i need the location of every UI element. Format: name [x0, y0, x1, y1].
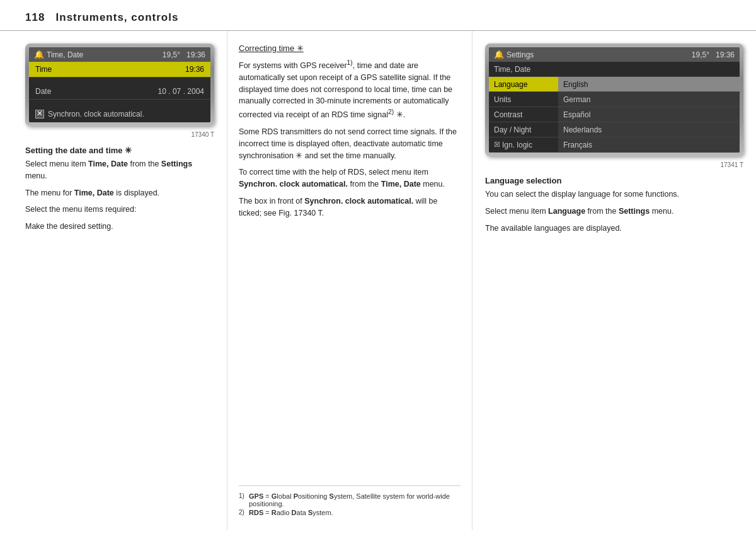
left-device: 🔔 Time, Date 19,5° 19:36 Time 19:36 — [25, 44, 214, 126]
footnote-2-text: RDS = Radio Data System. — [249, 509, 333, 516]
left-device-fig-label: 17340 T — [25, 131, 214, 138]
sync-checkbox-icon — [35, 110, 44, 119]
right-menu-label-daynight: Day / Night — [489, 122, 558, 137]
left-device-row-spacer2 — [29, 100, 210, 106]
right-device-icon: 🔔 — [494, 50, 504, 59]
right-menu-value-daynight: Nederlands — [558, 122, 740, 137]
center-para-2: Some RDS transmitters do not send correc… — [239, 126, 461, 161]
right-menu-row-language: Language English — [489, 77, 740, 92]
left-para-3: Select the menu items required: — [25, 204, 214, 216]
left-device-date-value: 10 . 07 . 2004 — [158, 87, 204, 96]
right-menu-label-language: Language — [489, 77, 558, 91]
left-device-time-value: 19:36 — [185, 65, 204, 74]
left-heading: Setting the date and time ✳ — [25, 146, 214, 155]
right-menu-label-units: Units — [489, 92, 558, 107]
right-menu-label-timedate: Time, Date — [489, 62, 558, 76]
right-para-1: You can select the display language for … — [485, 189, 743, 200]
left-device-label: Time, Date — [47, 50, 83, 59]
footnotes: 1) GPS = Global Positioning System, Sate… — [239, 485, 461, 518]
right-menu-row-units: Units German — [489, 92, 740, 107]
center-para-4: The box in front of Synchron. clock auto… — [239, 195, 461, 219]
right-device-screen: 🔔 Settings 19,5° 19:36 Time, Date — [489, 47, 740, 153]
right-menu-row-timedate: Time, Date — [489, 62, 740, 77]
left-device-header: 🔔 Time, Date 19,5° 19:36 — [29, 47, 210, 62]
right-device-label: Settings — [507, 50, 534, 59]
center-para-1: For systems with GPS receiver1), time an… — [239, 58, 461, 121]
content-area: 🔔 Time, Date 19,5° 19:36 Time 19:36 — [0, 31, 756, 530]
footnote-1-text: GPS = Global Positioning System, Satelli… — [249, 492, 461, 508]
right-column: 🔔 Settings 19,5° 19:36 Time, Date — [472, 31, 756, 530]
right-menu-value-language: English — [558, 77, 740, 91]
right-device-header: 🔔 Settings 19,5° 19:36 — [489, 47, 740, 62]
footnote-2-num: 2) — [239, 509, 249, 516]
right-device-time: 19:36 — [716, 50, 735, 59]
center-column: Correcting time ✳ For systems with GPS r… — [227, 31, 472, 530]
right-menu-value-ignlogic: Français — [558, 137, 740, 152]
right-menu-value-units: German — [558, 92, 740, 107]
center-title: Correcting time ✳ — [239, 44, 461, 53]
left-device-row-spacer — [29, 78, 210, 84]
left-para-1: Select menu item Time, Date from the Set… — [25, 158, 214, 182]
left-device-time: 19:36 — [186, 50, 205, 59]
left-device-icon: 🔔 — [34, 50, 44, 59]
sync-checkbox-label: Synchron. clock automatical. — [48, 110, 144, 119]
page-header: 118 Instruments, controls — [0, 0, 756, 31]
right-menu-label-contrast: Contrast — [489, 107, 558, 122]
left-device-checkbox-row: Synchron. clock automatical. — [29, 106, 210, 122]
right-menu-row-contrast: Contrast Español — [489, 107, 740, 122]
page-title: 118 Instruments, controls — [25, 11, 178, 23]
left-device-temp: 19,5° — [163, 50, 180, 59]
right-menu-row-ignlogic: ☒ Ign. logic Français — [489, 137, 740, 153]
center-para-3: To correct time with the help of RDS, se… — [239, 166, 461, 190]
right-menu-value-contrast: Español — [558, 107, 740, 122]
right-menu-value-timedate — [558, 62, 740, 76]
right-device: 🔔 Settings 19,5° 19:36 Time, Date — [485, 44, 743, 156]
footnote-1-num: 1) — [239, 492, 249, 499]
left-device-screen: 🔔 Time, Date 19,5° 19:36 Time 19:36 — [29, 47, 210, 122]
right-para-2: Select menu item Language from the Setti… — [485, 206, 743, 218]
footnote-2: 2) RDS = Radio Data System. — [239, 509, 461, 516]
right-para-3: The available languages are displayed. — [485, 223, 743, 235]
left-device-row-time: Time 19:36 — [29, 62, 210, 78]
left-para-4: Make the desired setting. — [25, 221, 214, 233]
left-para-2: The menu for Time, Date is displayed. — [25, 187, 214, 199]
right-menu-row-daynight: Day / Night Nederlands — [489, 122, 740, 137]
left-device-date-label: Date — [35, 87, 51, 96]
right-heading: Language selection — [485, 176, 743, 185]
right-device-fig-label: 17341 T — [485, 161, 743, 168]
right-menu-label-ignlogic: ☒ Ign. logic — [489, 137, 558, 152]
left-column: 🔔 Time, Date 19,5° 19:36 Time 19:36 — [0, 31, 227, 530]
left-device-time-label: Time — [35, 65, 52, 74]
left-device-row-date: Date 10 . 07 . 2004 — [29, 84, 210, 100]
right-device-temp: 19,5° — [692, 50, 709, 59]
footnote-1: 1) GPS = Global Positioning System, Sate… — [239, 492, 461, 508]
